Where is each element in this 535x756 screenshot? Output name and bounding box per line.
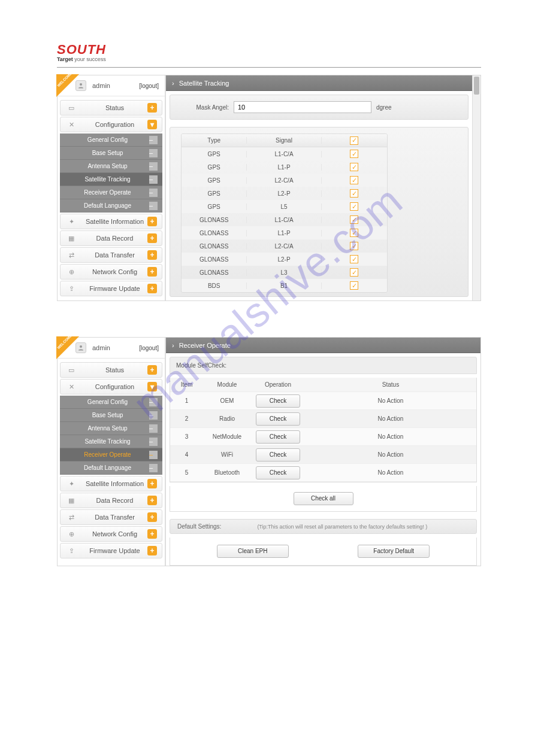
cell-type: GLONASS [182, 243, 247, 250]
expand-icon: + [147, 529, 157, 539]
selfcheck-row: 1OEMCheckNo Action [170, 392, 476, 410]
menu-network-config[interactable]: ⊕Network Config+ [60, 526, 162, 542]
cell-item: 1 [170, 397, 203, 404]
sub-receiver-operate[interactable]: Receiver Operate– [60, 448, 162, 462]
defaults-bar: Default Settings: (Tip:This action will … [170, 519, 477, 534]
signal-checkbox[interactable] [350, 163, 358, 171]
cell-type: GLONASS [182, 256, 247, 263]
minus-icon: – [149, 451, 158, 459]
tools-icon: ✕ [67, 120, 76, 129]
signal-table-panel: TypeSignalGPSL1-C/AGPSL1-PGPSL2-C/AGPSL2… [170, 127, 468, 297]
menu-status[interactable]: ▭ Status + [60, 100, 162, 116]
check-button[interactable]: Check [256, 394, 300, 408]
signal-checkbox[interactable] [350, 176, 358, 184]
cell-signal: L2-C/A [247, 243, 321, 250]
sub-receiver-operate[interactable]: Receiver Operate– [60, 186, 162, 199]
expand-icon: + [147, 479, 157, 488]
check-all-button[interactable]: Check all [294, 492, 353, 505]
menu-satellite-info[interactable]: ✦Satellite Information+ [60, 476, 162, 491]
cell-status: No Action [305, 451, 476, 458]
sub-general-config[interactable]: General Config– [60, 133, 162, 147]
sub-general-config[interactable]: General Config– [60, 396, 162, 409]
cell-type: GPS [182, 151, 247, 157]
sub-base-setup[interactable]: Base Setup– [60, 409, 162, 422]
tools-icon: ✕ [67, 382, 76, 391]
cell-signal: L1-P [247, 164, 321, 171]
defaults-label: Default Settings: [177, 523, 221, 530]
minus-icon: – [149, 424, 158, 433]
minus-icon: – [149, 136, 158, 144]
logout-link[interactable]: [logout] [139, 345, 159, 351]
signal-checkbox[interactable] [350, 229, 358, 237]
sub-antenna-setup[interactable]: Antenna Setup– [60, 422, 162, 435]
cell-signal: B1 [247, 283, 321, 289]
expand-icon: + [147, 496, 157, 505]
signal-checkbox[interactable] [350, 242, 358, 250]
logout-link[interactable]: [logout] [139, 83, 159, 89]
menu-network-config[interactable]: ⊕ Network Config + [60, 264, 162, 280]
expand-icon: + [147, 267, 157, 277]
sub-default-language[interactable]: Default Language– [60, 462, 162, 475]
signal-checkbox[interactable] [350, 150, 358, 158]
clean-eph-button[interactable]: Clean EPH [217, 545, 289, 558]
minus-icon: – [149, 189, 158, 197]
menu-data-record[interactable]: ▦Data Record+ [60, 493, 162, 508]
minus-icon: – [149, 162, 158, 171]
menu-data-transfer[interactable]: ⇄ Data Transfer + [60, 247, 162, 263]
col-status: Status [305, 381, 476, 388]
signal-checkbox[interactable] [350, 255, 358, 263]
signal-row: GLONASSL3 [182, 266, 387, 279]
calendar-icon: ▦ [67, 233, 76, 243]
username: admin [92, 344, 139, 351]
check-button[interactable]: Check [256, 466, 300, 479]
signal-row: GLONASSL1-C/A [182, 213, 387, 226]
sub-antenna-setup[interactable]: Antenna Setup– [60, 160, 162, 173]
menu-satellite-info[interactable]: ✦ Satellite Information + [60, 214, 162, 229]
menu-configuration[interactable]: ✕Configuration▾ [60, 379, 162, 394]
cell-signal: L3 [247, 269, 321, 276]
chevron-right-icon: › [172, 80, 174, 87]
mask-angle-input[interactable] [234, 101, 371, 113]
menu-firmware-update[interactable]: ⇪Firmware Update+ [60, 543, 162, 558]
menu-status[interactable]: ▭Status+ [60, 362, 162, 378]
page-title: Receiver Operate [179, 342, 231, 349]
factory-default-button[interactable]: Factory Default [358, 545, 430, 558]
check-button[interactable]: Check [256, 430, 300, 444]
sub-satellite-tracking[interactable]: Satellite Tracking– [60, 435, 162, 448]
expand-icon: + [147, 103, 157, 113]
satellite-icon: ✦ [67, 217, 76, 226]
svg-point-1 [80, 345, 82, 348]
signal-row: GLONASSL1-P [182, 226, 387, 239]
signal-row: GPSL2-P [182, 187, 387, 200]
menu-firmware-update[interactable]: ⇪ Firmware Update + [60, 281, 162, 296]
menu-configuration[interactable]: ✕ Configuration ▾ [60, 117, 162, 132]
main-panel: › Receiver Operate Module SelfCheck: Ite… [165, 338, 480, 566]
svg-point-0 [80, 83, 82, 86]
check-button[interactable]: Check [256, 448, 300, 462]
col-toggle [322, 136, 387, 145]
menu-data-record[interactable]: ▦ Data Record + [60, 230, 162, 246]
cell-status: No Action [305, 397, 476, 404]
sub-base-setup[interactable]: Base Setup– [60, 147, 162, 160]
cell-item: 2 [170, 415, 203, 422]
scrollbar[interactable] [472, 75, 480, 300]
check-button[interactable]: Check [256, 412, 300, 426]
signal-checkbox[interactable] [350, 268, 358, 277]
menu-data-transfer[interactable]: ⇄Data Transfer+ [60, 509, 162, 525]
sub-satellite-tracking[interactable]: Satellite Tracking– [60, 173, 162, 186]
signal-checkbox[interactable] [350, 189, 358, 198]
monitor-icon: ▭ [67, 103, 76, 113]
signal-checkbox[interactable] [350, 281, 358, 290]
signal-checkbox[interactable] [350, 202, 358, 211]
cell-type: GPS [182, 190, 247, 197]
mask-angle-panel: Mask Angel: dgree [170, 95, 468, 120]
cell-type: GPS [182, 204, 247, 210]
sidebar: admin [logout] ▭ Status + ✕ Configuratio… [58, 75, 165, 300]
sub-default-language[interactable]: Default Language– [60, 199, 162, 212]
signal-checkbox[interactable] [350, 215, 358, 224]
checkbox-icon [350, 136, 358, 145]
app-satellite-tracking: admin [logout] ▭ Status + ✕ Configuratio… [57, 75, 481, 301]
page-title: Satellite Tracking [179, 80, 229, 87]
divider [57, 67, 481, 68]
col-item: Item [170, 381, 203, 388]
